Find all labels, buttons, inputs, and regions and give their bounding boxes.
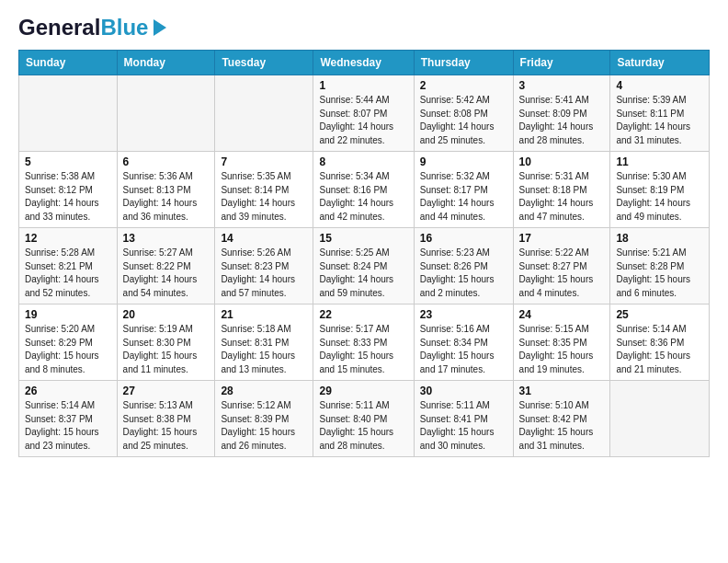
day-header-thursday: Thursday — [414, 51, 513, 75]
day-number: 8 — [319, 155, 407, 168]
day-header-sunday: Sunday — [19, 51, 118, 75]
day-number: 19 — [25, 308, 111, 321]
day-number: 18 — [616, 232, 703, 245]
day-cell: 11Sunrise: 5:30 AMSunset: 8:19 PMDayligh… — [610, 152, 710, 228]
day-cell: 19Sunrise: 5:20 AMSunset: 8:29 PMDayligh… — [19, 304, 118, 381]
day-cell: 12Sunrise: 5:28 AMSunset: 8:21 PMDayligh… — [19, 228, 118, 304]
day-info: Sunrise: 5:31 AMSunset: 8:18 PMDaylight:… — [519, 170, 605, 224]
header-row: SundayMondayTuesdayWednesdayThursdayFrid… — [19, 51, 710, 75]
day-number: 5 — [25, 155, 111, 168]
day-number: 28 — [221, 385, 307, 397]
day-info: Sunrise: 5:41 AMSunset: 8:09 PMDaylight:… — [519, 94, 605, 147]
day-number: 20 — [123, 308, 210, 321]
day-info: Sunrise: 5:12 AMSunset: 8:39 PMDaylight:… — [221, 399, 307, 453]
calendar-body: 1Sunrise: 5:44 AMSunset: 8:07 PMDaylight… — [19, 75, 710, 457]
day-cell: 29Sunrise: 5:11 AMSunset: 8:40 PMDayligh… — [313, 381, 414, 457]
day-number: 22 — [319, 308, 407, 321]
day-number: 23 — [420, 308, 507, 321]
day-info: Sunrise: 5:36 AMSunset: 8:13 PMDaylight:… — [123, 170, 210, 224]
day-cell: 13Sunrise: 5:27 AMSunset: 8:22 PMDayligh… — [117, 228, 215, 304]
day-info: Sunrise: 5:11 AMSunset: 8:41 PMDaylight:… — [420, 399, 507, 453]
day-cell — [610, 381, 710, 457]
day-number: 1 — [319, 79, 407, 92]
day-info: Sunrise: 5:38 AMSunset: 8:12 PMDaylight:… — [25, 170, 111, 224]
day-info: Sunrise: 5:30 AMSunset: 8:19 PMDaylight:… — [616, 170, 703, 224]
day-cell — [117, 75, 215, 152]
day-info: Sunrise: 5:13 AMSunset: 8:38 PMDaylight:… — [123, 399, 210, 453]
logo: GeneralBlue — [18, 15, 166, 40]
day-cell: 10Sunrise: 5:31 AMSunset: 8:18 PMDayligh… — [513, 152, 610, 228]
page: GeneralBlue SundayMondayTuesdayWednesday… — [0, 0, 728, 563]
day-cell: 8Sunrise: 5:34 AMSunset: 8:16 PMDaylight… — [313, 152, 414, 228]
day-number: 17 — [519, 232, 605, 245]
day-cell: 14Sunrise: 5:26 AMSunset: 8:23 PMDayligh… — [215, 228, 313, 304]
logo-general: General — [18, 15, 100, 40]
day-info: Sunrise: 5:20 AMSunset: 8:29 PMDaylight:… — [25, 323, 111, 376]
day-info: Sunrise: 5:11 AMSunset: 8:40 PMDaylight:… — [319, 399, 407, 453]
day-cell: 3Sunrise: 5:41 AMSunset: 8:09 PMDaylight… — [513, 75, 610, 152]
logo-arrow-icon — [154, 19, 166, 36]
day-number: 6 — [123, 155, 210, 168]
day-number: 10 — [519, 155, 605, 168]
day-info: Sunrise: 5:21 AMSunset: 8:28 PMDaylight:… — [616, 247, 703, 300]
day-cell: 15Sunrise: 5:25 AMSunset: 8:24 PMDayligh… — [313, 228, 414, 304]
day-cell: 27Sunrise: 5:13 AMSunset: 8:38 PMDayligh… — [117, 381, 215, 457]
day-info: Sunrise: 5:32 AMSunset: 8:17 PMDaylight:… — [420, 170, 507, 224]
day-info: Sunrise: 5:27 AMSunset: 8:22 PMDaylight:… — [123, 247, 210, 300]
day-info: Sunrise: 5:14 AMSunset: 8:37 PMDaylight:… — [25, 399, 111, 453]
day-number: 24 — [519, 308, 605, 321]
day-number: 4 — [616, 79, 703, 92]
day-cell: 18Sunrise: 5:21 AMSunset: 8:28 PMDayligh… — [610, 228, 710, 304]
day-cell — [215, 75, 313, 152]
day-info: Sunrise: 5:19 AMSunset: 8:30 PMDaylight:… — [123, 323, 210, 376]
day-cell: 26Sunrise: 5:14 AMSunset: 8:37 PMDayligh… — [19, 381, 118, 457]
day-number: 27 — [123, 385, 210, 397]
day-info: Sunrise: 5:26 AMSunset: 8:23 PMDaylight:… — [221, 247, 307, 300]
day-info: Sunrise: 5:39 AMSunset: 8:11 PMDaylight:… — [616, 94, 703, 147]
week-row-3: 19Sunrise: 5:20 AMSunset: 8:29 PMDayligh… — [19, 304, 710, 381]
day-number: 15 — [319, 232, 407, 245]
day-cell: 16Sunrise: 5:23 AMSunset: 8:26 PMDayligh… — [414, 228, 513, 304]
day-number: 25 — [616, 308, 703, 321]
day-number: 30 — [420, 385, 507, 397]
day-cell: 17Sunrise: 5:22 AMSunset: 8:27 PMDayligh… — [513, 228, 610, 304]
day-cell: 22Sunrise: 5:17 AMSunset: 8:33 PMDayligh… — [313, 304, 414, 381]
day-info: Sunrise: 5:35 AMSunset: 8:14 PMDaylight:… — [221, 170, 307, 224]
day-info: Sunrise: 5:44 AMSunset: 8:07 PMDaylight:… — [319, 94, 407, 147]
day-cell: 1Sunrise: 5:44 AMSunset: 8:07 PMDaylight… — [313, 75, 414, 152]
day-cell: 6Sunrise: 5:36 AMSunset: 8:13 PMDaylight… — [117, 152, 215, 228]
day-info: Sunrise: 5:16 AMSunset: 8:34 PMDaylight:… — [420, 323, 507, 376]
day-info: Sunrise: 5:18 AMSunset: 8:31 PMDaylight:… — [221, 323, 307, 376]
day-info: Sunrise: 5:15 AMSunset: 8:35 PMDaylight:… — [519, 323, 605, 376]
day-cell: 5Sunrise: 5:38 AMSunset: 8:12 PMDaylight… — [19, 152, 118, 228]
day-info: Sunrise: 5:17 AMSunset: 8:33 PMDaylight:… — [319, 323, 407, 376]
day-cell: 31Sunrise: 5:10 AMSunset: 8:42 PMDayligh… — [513, 381, 610, 457]
day-header-tuesday: Tuesday — [215, 51, 313, 75]
day-cell: 25Sunrise: 5:14 AMSunset: 8:36 PMDayligh… — [610, 304, 710, 381]
week-row-2: 12Sunrise: 5:28 AMSunset: 8:21 PMDayligh… — [19, 228, 710, 304]
day-number: 14 — [221, 232, 307, 245]
day-info: Sunrise: 5:14 AMSunset: 8:36 PMDaylight:… — [616, 323, 703, 376]
calendar-table: SundayMondayTuesdayWednesdayThursdayFrid… — [18, 50, 710, 457]
week-row-0: 1Sunrise: 5:44 AMSunset: 8:07 PMDaylight… — [19, 75, 710, 152]
day-cell: 24Sunrise: 5:15 AMSunset: 8:35 PMDayligh… — [513, 304, 610, 381]
header: GeneralBlue — [18, 15, 710, 40]
day-number: 26 — [25, 385, 111, 397]
day-cell: 21Sunrise: 5:18 AMSunset: 8:31 PMDayligh… — [215, 304, 313, 381]
day-cell: 7Sunrise: 5:35 AMSunset: 8:14 PMDaylight… — [215, 152, 313, 228]
day-number: 31 — [519, 385, 605, 397]
day-cell: 23Sunrise: 5:16 AMSunset: 8:34 PMDayligh… — [414, 304, 513, 381]
day-number: 12 — [25, 232, 111, 245]
logo-blue: Blue — [100, 15, 148, 40]
day-number: 7 — [221, 155, 307, 168]
week-row-1: 5Sunrise: 5:38 AMSunset: 8:12 PMDaylight… — [19, 152, 710, 228]
day-header-friday: Friday — [513, 51, 610, 75]
day-info: Sunrise: 5:34 AMSunset: 8:16 PMDaylight:… — [319, 170, 407, 224]
day-header-wednesday: Wednesday — [313, 51, 414, 75]
day-info: Sunrise: 5:28 AMSunset: 8:21 PMDaylight:… — [25, 247, 111, 300]
day-cell — [19, 75, 118, 152]
day-cell: 2Sunrise: 5:42 AMSunset: 8:08 PMDaylight… — [414, 75, 513, 152]
day-number: 29 — [319, 385, 407, 397]
day-info: Sunrise: 5:42 AMSunset: 8:08 PMDaylight:… — [420, 94, 507, 147]
day-info: Sunrise: 5:22 AMSunset: 8:27 PMDaylight:… — [519, 247, 605, 300]
